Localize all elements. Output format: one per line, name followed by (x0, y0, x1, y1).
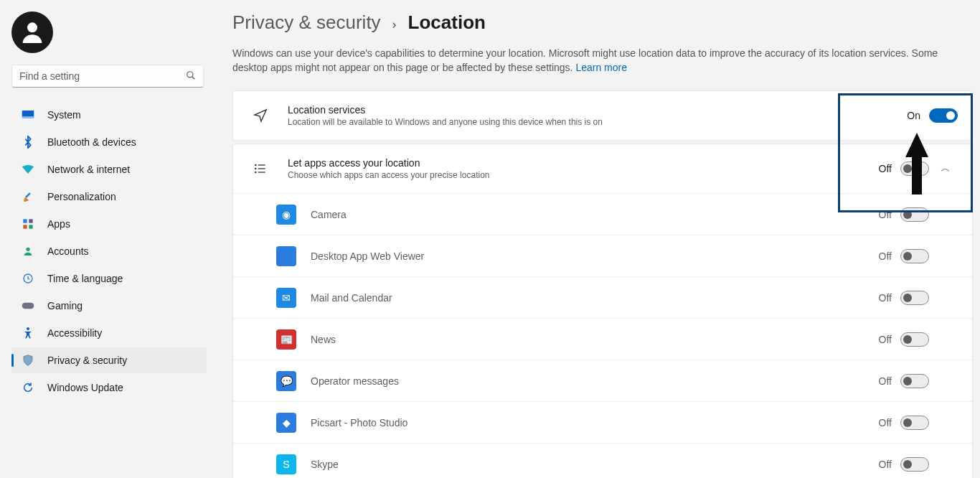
sidebar-item-access[interactable]: Accessibility (11, 320, 207, 346)
app-row[interactable]: 💬Operator messagesOff (233, 360, 972, 401)
app-access-card: Let apps access your location Choose whi… (232, 144, 973, 478)
sidebar-item-system[interactable]: System (11, 102, 207, 128)
sidebar-item-apps[interactable]: Apps (11, 211, 207, 237)
app-toggle[interactable] (900, 374, 929, 388)
sidebar-item-bluetooth[interactable]: Bluetooth & devices (11, 129, 207, 155)
app-toggle[interactable] (900, 416, 929, 430)
sidebar-item-label: Personalization (47, 191, 116, 202)
system-icon (22, 108, 34, 121)
sidebar-item-network[interactable]: Network & internet (11, 156, 207, 182)
sidebar-item-gaming[interactable]: Gaming (11, 293, 207, 319)
app-name: Camera (311, 209, 879, 220)
search-placeholder: Find a setting (19, 70, 186, 82)
page-title: Location (408, 11, 486, 34)
app-toggle[interactable] (900, 207, 929, 222)
app-row[interactable]: 📰NewsOff (233, 318, 972, 360)
app-toggle-state: Off (879, 209, 892, 220)
app-list: ◉CameraOff Desktop App Web ViewerOff ✉Ma… (233, 193, 972, 478)
svg-rect-9 (29, 225, 32, 228)
list-settings-icon (249, 161, 272, 176)
app-row[interactable]: Desktop App Web ViewerOff (233, 235, 972, 276)
svg-line-2 (192, 76, 195, 79)
svg-rect-8 (23, 225, 27, 228)
breadcrumb: Privacy & security › Location (232, 7, 973, 47)
chevron-right-icon: › (392, 17, 397, 32)
profile-block[interactable] (9, 7, 209, 65)
update-icon (22, 381, 34, 394)
location-services-sub: Location will be available to Windows an… (288, 117, 907, 127)
app-icon: ◆ (276, 413, 296, 433)
app-access-sub: Choose which apps can access your precis… (288, 170, 879, 180)
app-access-toggle[interactable] (900, 161, 929, 176)
sidebar-item-label: Privacy & security (47, 355, 127, 366)
app-toggle-state: Off (879, 417, 892, 428)
sidebar-item-label: System (47, 109, 81, 121)
app-row[interactable]: SSkypeOff (233, 443, 972, 478)
app-icon: S (276, 454, 296, 474)
sidebar-item-label: Windows Update (47, 382, 123, 393)
location-services-row[interactable]: Location services Location will be avail… (233, 91, 972, 140)
svg-rect-7 (29, 219, 32, 222)
access-icon (22, 327, 34, 339)
location-services-title: Location services (288, 104, 907, 116)
svg-rect-12 (22, 303, 34, 309)
app-name: Picsart - Photo Studio (311, 417, 879, 428)
app-toggle-state: Off (879, 459, 892, 470)
time-icon (22, 272, 34, 285)
privacy-icon (22, 354, 34, 367)
app-access-row[interactable]: Let apps access your location Choose whi… (233, 144, 972, 193)
svg-point-0 (27, 22, 37, 32)
svg-point-10 (26, 248, 29, 251)
accounts-icon (22, 245, 34, 258)
network-icon (22, 163, 34, 176)
sidebar-item-privacy[interactable]: Privacy & security (11, 347, 207, 373)
app-row[interactable]: ◉CameraOff (233, 193, 972, 235)
sidebar-item-label: Accounts (47, 245, 89, 257)
search-icon (186, 70, 196, 83)
app-name: Mail and Calendar (311, 292, 879, 304)
app-icon: 💬 (276, 371, 296, 391)
location-services-toggle[interactable] (929, 108, 958, 123)
sidebar-item-label: Gaming (47, 300, 83, 311)
app-toggle[interactable] (900, 291, 929, 305)
app-access-title: Let apps access your location (288, 157, 879, 169)
main-content: Privacy & security › Location Windows ca… (215, 0, 980, 478)
app-toggle[interactable] (900, 332, 929, 347)
app-name: Skype (311, 459, 879, 470)
location-services-card: Location services Location will be avail… (232, 90, 973, 141)
sidebar-item-time[interactable]: Time & language (11, 266, 207, 291)
svg-point-13 (27, 327, 29, 330)
app-toggle-state: Off (879, 292, 892, 304)
app-name: News (311, 334, 879, 345)
sidebar-item-label: Apps (47, 218, 70, 230)
app-icon: ◉ (276, 205, 296, 225)
breadcrumb-parent[interactable]: Privacy & security (232, 11, 381, 34)
app-toggle[interactable] (900, 457, 929, 472)
sidebar-item-personal[interactable]: Personalization (11, 184, 207, 210)
app-icon (276, 246, 296, 266)
sidebar: Find a setting SystemBluetooth & devices… (0, 0, 215, 478)
apps-icon (22, 217, 34, 230)
app-toggle-state: Off (879, 375, 892, 387)
learn-more-link[interactable]: Learn more (575, 62, 627, 73)
sidebar-item-label: Time & language (47, 273, 123, 284)
chevron-up-icon[interactable]: ︿ (933, 162, 958, 175)
sidebar-item-label: Bluetooth & devices (47, 136, 136, 148)
location-services-state: On (907, 110, 920, 121)
app-icon: 📰 (276, 329, 296, 350)
search-input[interactable]: Find a setting (11, 65, 204, 88)
app-toggle[interactable] (900, 249, 929, 263)
nav-list: SystemBluetooth & devicesNetwork & inter… (9, 102, 209, 400)
bluetooth-icon (22, 136, 34, 149)
app-row[interactable]: ◆Picsart - Photo StudioOff (233, 401, 972, 443)
sidebar-item-update[interactable]: Windows Update (11, 375, 207, 400)
app-row[interactable]: ✉Mail and CalendarOff (233, 276, 972, 318)
app-toggle-state: Off (879, 334, 892, 345)
page-description: Windows can use your device's capabiliti… (232, 47, 950, 75)
svg-rect-4 (22, 116, 34, 118)
personal-icon (22, 190, 34, 203)
app-toggle-state: Off (879, 250, 892, 262)
sidebar-item-accounts[interactable]: Accounts (11, 238, 207, 264)
avatar-icon (11, 11, 53, 53)
app-name: Desktop App Web Viewer (311, 250, 879, 262)
